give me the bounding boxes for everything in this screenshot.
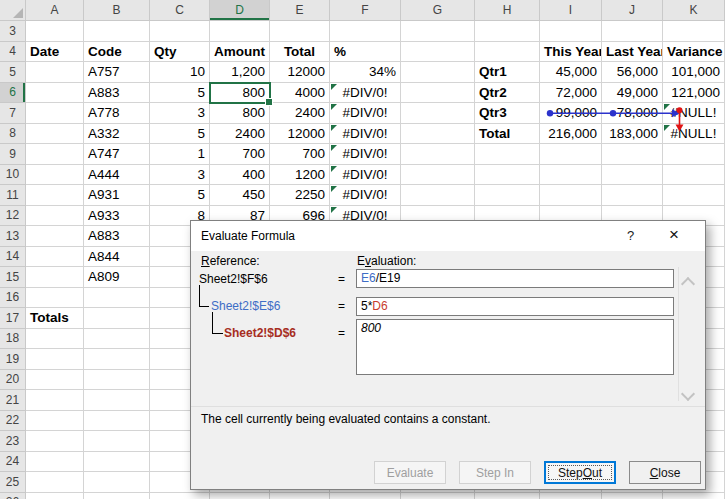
cell-B14[interactable]: A844 — [84, 247, 150, 268]
row-header-16[interactable]: 16 — [0, 288, 26, 309]
col-header-C[interactable]: C — [150, 0, 210, 21]
cell-J5[interactable]: 56,000 — [602, 62, 663, 83]
cell-D10[interactable]: 400 — [210, 165, 270, 186]
cell-B26[interactable] — [84, 493, 150, 499]
cell-F9[interactable]: #DIV/0! — [330, 144, 401, 165]
cell-G3[interactable] — [401, 21, 475, 42]
cell-H8[interactable]: Total — [475, 124, 540, 145]
col-header-E[interactable]: E — [270, 0, 330, 21]
step-out-button[interactable]: Step Out — [544, 461, 616, 484]
cell-I11[interactable] — [540, 185, 602, 206]
cell-K7[interactable]: #NULL! — [663, 103, 725, 124]
cell-I26[interactable] — [540, 493, 602, 499]
cell-B15[interactable]: A809 — [84, 267, 150, 288]
cell-F7[interactable]: #DIV/0! — [330, 103, 401, 124]
cell-E8[interactable]: 12000 — [270, 124, 330, 145]
cell-E7[interactable]: 2400 — [270, 103, 330, 124]
row-header-14[interactable]: 14 — [0, 247, 26, 268]
cell-B24[interactable] — [84, 452, 150, 473]
cell-A26[interactable] — [26, 493, 84, 499]
cell-J9[interactable] — [602, 144, 663, 165]
cell-H3[interactable] — [475, 21, 540, 42]
cell-E26[interactable] — [270, 493, 330, 499]
cell-E4[interactable]: Total — [270, 42, 330, 63]
cell-B7[interactable]: A778 — [84, 103, 150, 124]
cell-B21[interactable] — [84, 390, 150, 411]
cell-H5[interactable]: Qtr1 — [475, 62, 540, 83]
cell-E10[interactable]: 1200 — [270, 165, 330, 186]
row-header-11[interactable]: 11 — [0, 185, 26, 206]
cell-E6[interactable]: 4000 — [270, 83, 330, 104]
cell-H6[interactable]: Qtr2 — [475, 83, 540, 104]
cell-B17[interactable] — [84, 308, 150, 329]
cell-H10[interactable] — [475, 165, 540, 186]
col-header-A[interactable]: A — [26, 0, 84, 21]
evaluate-button[interactable]: Evaluate — [374, 461, 446, 484]
close-button[interactable]: Close — [629, 461, 701, 484]
cell-D3[interactable] — [210, 21, 270, 42]
cell-K26[interactable] — [663, 493, 725, 499]
cell-A6[interactable] — [26, 83, 84, 104]
cell-A21[interactable] — [26, 390, 84, 411]
cell-J6[interactable]: 49,000 — [602, 83, 663, 104]
cell-C3[interactable] — [150, 21, 210, 42]
row-header-23[interactable]: 23 — [0, 431, 26, 452]
row-header-24[interactable]: 24 — [0, 452, 26, 473]
cell-D9[interactable]: 700 — [210, 144, 270, 165]
cell-H7[interactable]: Qtr3 — [475, 103, 540, 124]
cell-E11[interactable]: 2250 — [270, 185, 330, 206]
cell-I5[interactable]: 45,000 — [540, 62, 602, 83]
cell-I4[interactable]: This Year — [540, 42, 602, 63]
cell-K11[interactable] — [663, 185, 725, 206]
row-header-5[interactable]: 5 — [0, 62, 26, 83]
cell-J4[interactable]: Last Year — [602, 42, 663, 63]
cell-G11[interactable] — [401, 185, 475, 206]
row-header-25[interactable]: 25 — [0, 472, 26, 493]
cell-A20[interactable] — [26, 370, 84, 391]
cell-F10[interactable]: #DIV/0! — [330, 165, 401, 186]
help-icon[interactable]: ? — [627, 228, 634, 243]
col-header-F[interactable]: F — [330, 0, 401, 21]
cell-K10[interactable] — [663, 165, 725, 186]
cell-C10[interactable]: 3 — [150, 165, 210, 186]
cell-B9[interactable]: A747 — [84, 144, 150, 165]
fill-handle[interactable] — [265, 98, 273, 106]
cell-A11[interactable] — [26, 185, 84, 206]
step-in-button[interactable]: Step In — [459, 461, 531, 484]
row-header-13[interactable]: 13 — [0, 226, 26, 247]
cell-C4[interactable]: Qty — [150, 42, 210, 63]
row-header-20[interactable]: 20 — [0, 370, 26, 391]
cell-K6[interactable]: 121,000 — [663, 83, 725, 104]
cell-K8[interactable]: #NULL! — [663, 124, 725, 145]
cell-F5[interactable]: 34% — [330, 62, 401, 83]
cell-K4[interactable]: Variance — [663, 42, 725, 63]
cell-G10[interactable] — [401, 165, 475, 186]
cell-A8[interactable] — [26, 124, 84, 145]
cell-A16[interactable] — [26, 288, 84, 309]
cell-F11[interactable]: #DIV/0! — [330, 185, 401, 206]
cell-J10[interactable] — [602, 165, 663, 186]
row-header-21[interactable]: 21 — [0, 390, 26, 411]
cell-D11[interactable]: 450 — [210, 185, 270, 206]
cell-A17[interactable]: Totals — [26, 308, 84, 329]
cell-G8[interactable] — [401, 124, 475, 145]
cell-A7[interactable] — [26, 103, 84, 124]
cell-A14[interactable] — [26, 247, 84, 268]
cell-I7[interactable]: 99,000 — [540, 103, 602, 124]
cell-I9[interactable] — [540, 144, 602, 165]
cell-G26[interactable] — [401, 493, 475, 499]
cell-A23[interactable] — [26, 431, 84, 452]
row-header-6[interactable]: 6 — [0, 83, 26, 104]
cell-E3[interactable] — [270, 21, 330, 42]
cell-A24[interactable] — [26, 452, 84, 473]
scroll-down-icon[interactable] — [681, 387, 695, 401]
cell-J8[interactable]: 183,000 — [602, 124, 663, 145]
col-header-G[interactable]: G — [401, 0, 475, 21]
cell-H9[interactable] — [475, 144, 540, 165]
cell-B8[interactable]: A332 — [84, 124, 150, 145]
col-header-K[interactable]: K — [663, 0, 725, 21]
cell-B19[interactable] — [84, 349, 150, 370]
row-header-12[interactable]: 12 — [0, 206, 26, 227]
cell-C7[interactable]: 3 — [150, 103, 210, 124]
cell-B13[interactable]: A883 — [84, 226, 150, 247]
